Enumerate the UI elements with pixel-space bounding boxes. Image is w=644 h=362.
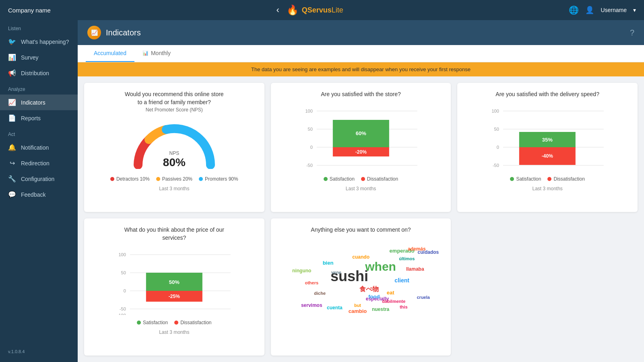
svg-text:0: 0 xyxy=(497,145,499,150)
detractors-dot xyxy=(110,177,114,181)
info-banner: The data you are seeing are examples and… xyxy=(78,62,644,76)
price-dissat-dot xyxy=(174,321,178,325)
logo-text: QServusLite xyxy=(302,6,343,14)
dissatisfaction-label: Dissatisfaction xyxy=(367,176,398,182)
tabs-bar: Accumulated 📊 Monthly xyxy=(78,45,644,62)
topbar-right: 🌐 👤 Username ▾ xyxy=(569,5,636,15)
sidebar-item-survey[interactable]: 📊 Survey xyxy=(0,49,78,65)
svg-text:-20%: -20% xyxy=(355,149,366,155)
store-dissatisfaction-legend: Dissatisfaction xyxy=(361,176,398,182)
word-cloud-word: bien xyxy=(323,260,334,266)
user-icon: 👤 xyxy=(585,6,594,14)
word-cloud-word: client xyxy=(394,277,409,284)
nps-card: Would you recommend this online store to… xyxy=(84,83,264,212)
tab-accumulated[interactable]: Accumulated xyxy=(86,45,134,62)
delivery-title: Are you satisfied with the delivery spee… xyxy=(495,91,599,97)
svg-text:-50: -50 xyxy=(120,306,126,311)
header-icon: 📈 xyxy=(87,26,101,39)
sidebar-item-label: Notification xyxy=(21,144,49,151)
svg-text:50: 50 xyxy=(308,127,312,132)
store-chart: 100 50 0 -50 60% -20% xyxy=(279,103,443,173)
del-satisfaction-dot xyxy=(510,177,514,181)
nps-subtitle: Net Promoter Score (NPS) xyxy=(146,107,203,113)
nps-score-center: NPS 80% xyxy=(163,150,186,169)
passives-label: Passives 20% xyxy=(162,176,192,182)
act-section-label: Act xyxy=(0,126,78,140)
content-area: 📈 Indicators ? Accumulated 📊 Monthly The… xyxy=(78,20,644,362)
user-dropdown-icon[interactable]: ▾ xyxy=(633,7,636,13)
sidebar-item-reports[interactable]: 📄 Reports xyxy=(0,110,78,126)
delivery-period: Last 3 months xyxy=(532,186,562,191)
svg-text:100: 100 xyxy=(492,109,499,113)
topbar: Company name ‹ 🔥 QServusLite 🌐 👤 Usernam… xyxy=(0,0,644,20)
word-cloud: sushiwhenclient食べ物eatespeciallybienother… xyxy=(279,234,443,315)
tab-monthly[interactable]: 📊 Monthly xyxy=(134,45,179,62)
chat-icon: 💬 xyxy=(8,191,16,198)
sidebar: Listen 🐦 What's happening? 📊 Survey 📢 Di… xyxy=(0,20,78,362)
redirect-icon: ↪ xyxy=(8,159,16,167)
price-dissat-label: Dissatisfaction xyxy=(180,320,211,325)
listen-section-label: Listen xyxy=(0,20,78,34)
analyze-section-label: Analyze xyxy=(0,81,78,95)
word-cloud-word: diche xyxy=(314,291,326,296)
svg-text:60%: 60% xyxy=(355,130,366,136)
word-cloud-word: servimos xyxy=(301,302,322,308)
delivery-chart: 100 50 0 -50 35% -40% xyxy=(465,103,630,173)
nps-title-line1: Would you recommend this online store xyxy=(125,91,224,97)
price-satisfaction-legend: Satisfaction xyxy=(137,320,168,325)
svg-text:100: 100 xyxy=(305,109,312,113)
sidebar-item-label: Configuration xyxy=(21,176,54,182)
tab-accumulated-label: Accumulated xyxy=(94,50,126,56)
sidebar-item-distribution[interactable]: 📢 Distribution xyxy=(0,65,78,81)
globe-icon[interactable]: 🌐 xyxy=(569,5,579,15)
trend-icon: 📈 xyxy=(8,99,16,106)
company-name: Company name xyxy=(8,7,51,14)
store-title: Are you satisfied with the store? xyxy=(321,91,400,97)
word-cloud-word: food xyxy=(368,294,380,300)
sidebar-item-notification[interactable]: 🔔 Notification xyxy=(0,140,78,155)
satisfaction-dot xyxy=(324,177,328,181)
twitter-icon: 🐦 xyxy=(8,38,16,45)
word-cloud-word: vene xyxy=(331,270,341,275)
comments-card: Anything else you want to comment on? su… xyxy=(271,218,451,356)
nps-gauge: NPS 80% xyxy=(130,121,219,169)
monthly-chart-icon: 📊 xyxy=(142,50,149,56)
word-cloud-word: cuenta xyxy=(327,305,343,311)
svg-text:-40%: -40% xyxy=(542,153,553,159)
passives-legend: Passives 20% xyxy=(156,176,192,182)
sidebar-item-redirection[interactable]: ↪ Redirection xyxy=(0,155,78,171)
version-label: v.1.0.8.4 xyxy=(0,345,78,358)
price-dissatisfaction-legend: Dissatisfaction xyxy=(174,320,211,325)
price-chart-svg: 100 50 0 -50 -100 50% -25% xyxy=(92,247,256,315)
sidebar-item-feedback[interactable]: 💬 Feedback xyxy=(0,187,78,202)
word-cloud-word: this xyxy=(400,304,408,309)
sidebar-item-label: Redirection xyxy=(21,160,50,167)
page-header: 📈 Indicators ? xyxy=(78,20,644,45)
price-sat-label: Satisfaction xyxy=(143,320,168,325)
svg-text:50%: 50% xyxy=(169,279,180,285)
svg-text:-25%: -25% xyxy=(169,294,180,299)
word-cloud-word: others xyxy=(305,280,318,285)
megaphone-icon: 📢 xyxy=(8,69,16,77)
nav-back-button[interactable]: ‹ xyxy=(276,5,279,15)
help-icon[interactable]: ? xyxy=(630,28,634,37)
promoters-label: Promoters 90% xyxy=(205,176,238,182)
word-cloud-word: 食べ物 xyxy=(359,285,379,294)
sidebar-item-whats-happening[interactable]: 🐦 What's happening? xyxy=(0,34,78,49)
detractors-legend: Detractors 10% xyxy=(110,176,150,182)
price-sat-dot xyxy=(137,321,141,325)
delivery-satisfaction-card: Are you satisfied with the delivery spee… xyxy=(457,83,638,212)
nps-legend: Detractors 10% Passives 20% Promoters 90… xyxy=(110,176,238,182)
sidebar-item-configuration[interactable]: 🔧 Configuration xyxy=(0,171,78,187)
delivery-dissatisfaction-legend: Dissatisfaction xyxy=(547,176,584,182)
wrench-icon: 🔧 xyxy=(8,175,16,183)
word-cloud-word: cuidados xyxy=(418,249,439,255)
price-legend: Satisfaction Dissatisfaction xyxy=(137,320,211,325)
file-icon: 📄 xyxy=(8,114,16,122)
svg-text:-50: -50 xyxy=(493,163,499,168)
sidebar-item-label: Distribution xyxy=(21,70,49,76)
sidebar-item-indicators[interactable]: 📈 Indicators xyxy=(0,95,78,110)
comments-title: Anything else you want to comment on? xyxy=(311,226,411,233)
page-header-left: 📈 Indicators xyxy=(87,26,141,39)
price-title-2: services? xyxy=(162,234,186,241)
